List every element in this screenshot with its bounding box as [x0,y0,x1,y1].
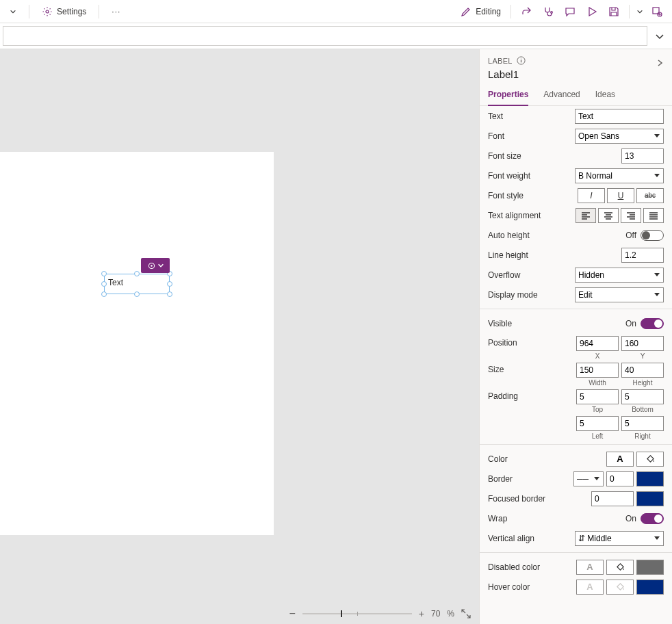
italic-button[interactable]: I [578,188,605,203]
padding-right-input[interactable] [621,416,664,431]
left-dropdown[interactable] [5,5,21,18]
hover-font-color-button[interactable]: A [576,580,604,595]
hover-border-swatch[interactable] [636,580,664,595]
panel-collapse-button[interactable] [656,59,664,67]
padding-bottom-input[interactable] [621,389,664,404]
padding-left-input[interactable] [576,416,619,431]
align-justify-button[interactable] [643,208,664,223]
strikethrough-button[interactable]: abc [636,188,664,203]
hover-fill-color-button[interactable] [606,580,634,595]
wrap-toggle[interactable] [641,513,664,524]
prop-focusedborder-label: Focused border [488,494,591,504]
prop-wrap-label: Wrap [488,514,625,523]
resize-handle-sw[interactable] [101,291,107,297]
settings-button[interactable]: Settings [38,3,90,20]
prop-font-select[interactable]: Open Sans [575,129,664,144]
position-x-input[interactable] [576,336,619,351]
align-center-button[interactable] [598,208,619,223]
visible-toggle[interactable] [641,318,664,329]
resize-handle-w[interactable] [101,281,107,287]
resize-handle-nw[interactable] [101,271,107,276]
zoom-slider[interactable] [302,613,412,614]
chevron-right-icon [656,59,664,67]
align-right-button[interactable] [621,208,641,223]
prop-hovercolor-label: Hover color [488,582,576,592]
size-height-input[interactable] [621,363,664,378]
play-icon [586,6,597,17]
panel-tabs: Properties Advanced Ideas [480,84,672,106]
control-type-label: LABEL [488,57,513,65]
prop-text-label: Text [488,112,575,121]
disabled-font-color-button[interactable]: A [576,560,604,575]
screen-canvas[interactable] [0,152,274,535]
save-button[interactable] [604,3,623,20]
publish-button[interactable] [647,3,667,20]
prop-lineheight-input[interactable] [621,248,664,263]
chevron-down-icon [655,31,664,41]
control-name[interactable]: Label1 [488,68,664,80]
save-dropdown[interactable] [635,5,645,18]
info-icon[interactable] [517,56,526,65]
prop-text-input[interactable] [575,109,664,124]
align-justify-icon [649,211,658,220]
fit-to-screen-button[interactable] [461,609,471,619]
valign-select[interactable]: ⇵ Middle [575,531,664,546]
preview-button[interactable] [582,3,602,20]
border-color-swatch[interactable] [636,471,664,486]
border-style-select[interactable]: ── [573,471,604,486]
font-color-button[interactable]: A [606,452,634,467]
resize-handle-n[interactable] [134,271,140,276]
share-button[interactable] [517,3,536,20]
resize-handle-e[interactable] [167,281,172,287]
app-checker-button[interactable] [539,3,558,20]
autoheight-toggle[interactable] [641,230,664,241]
focusedborder-width-input[interactable] [591,491,634,506]
zoom-unit: % [447,609,454,619]
svg-point-0 [46,10,49,13]
font-color-icon: A [586,582,593,592]
fill-color-button[interactable] [636,452,664,467]
zoom-thumb[interactable] [341,610,342,617]
resize-handle-se[interactable] [167,291,172,297]
command-bar: Settings ··· Editing [0,0,672,23]
wrap-state: On [625,514,636,523]
prop-fontsize-input[interactable] [621,148,664,164]
prop-overflow-select[interactable]: Hidden [575,268,664,283]
focusedborder-color-swatch[interactable] [636,491,664,506]
border-width-input[interactable] [606,471,634,486]
editing-mode-button[interactable]: Editing [456,3,505,20]
settings-label: Settings [57,7,86,16]
disabled-border-swatch[interactable] [636,560,664,575]
comments-button[interactable] [560,3,580,20]
paint-bucket-icon [615,582,625,592]
visible-state: On [625,319,636,328]
size-width-input[interactable] [576,363,619,378]
separator [99,5,99,18]
pencil-icon [461,6,471,17]
tab-advanced[interactable]: Advanced [543,84,580,105]
tab-properties[interactable]: Properties [488,84,528,105]
svg-point-5 [151,265,152,266]
prop-displaymode-select[interactable]: Edit [575,287,664,302]
underline-icon: U [618,191,624,200]
position-y-input[interactable] [621,336,664,351]
tab-ideas[interactable]: Ideas [595,84,615,105]
more-button[interactable]: ··· [107,4,125,19]
prop-fontweight-select[interactable]: B Normal [575,168,664,183]
resize-handle-s[interactable] [134,291,140,297]
disabled-fill-color-button[interactable] [606,560,634,575]
align-left-button[interactable] [576,208,596,223]
separator [511,5,511,18]
zoom-out-button[interactable]: − [289,608,295,620]
underline-button[interactable]: U [607,188,634,203]
align-left-icon [581,211,591,220]
zoom-in-button[interactable]: + [419,608,424,619]
prop-displaymode-label: Display mode [488,290,575,300]
copilot-badge[interactable] [141,258,170,273]
formula-expand-button[interactable] [647,23,672,49]
align-right-icon [626,211,636,220]
canvas-area[interactable]: Text − + 70 % [0,49,479,624]
padding-top-input[interactable] [576,389,619,404]
formula-input[interactable] [3,26,647,46]
editing-label: Editing [476,7,501,16]
